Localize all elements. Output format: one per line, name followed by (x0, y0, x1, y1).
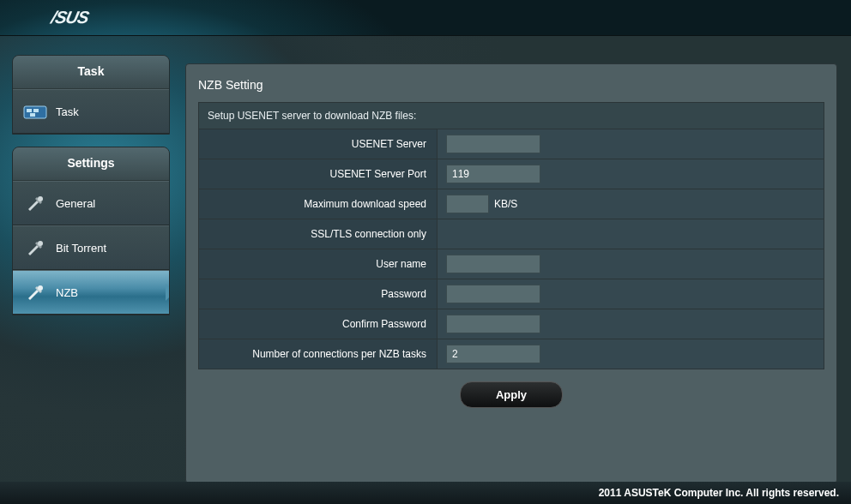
apply-button[interactable]: Apply (460, 381, 563, 408)
main-area: Task Task Settings (0, 36, 851, 482)
sidebar-item-general[interactable]: General (13, 181, 169, 225)
sidebar-item-task[interactable]: Task (13, 89, 169, 134)
sidebar-task-section: Task Task (12, 55, 170, 135)
row-username: User name (199, 249, 824, 279)
sidebar-item-nzb[interactable]: NZB (13, 270, 169, 315)
tools-icon (23, 283, 47, 302)
sidebar-item-label: Bit Torrent (56, 242, 106, 255)
task-icon (23, 102, 47, 121)
row-ssl-only: SSL/TLS connection only (199, 219, 824, 249)
input-max-speed[interactable] (446, 195, 489, 213)
sidebar-item-bittorrent[interactable]: Bit Torrent (13, 225, 169, 270)
row-connections: Number of connections per NZB tasks (199, 339, 824, 369)
label-confirm-password: Confirm Password (199, 309, 438, 339)
label-usenet-server: USENET Server (199, 129, 438, 159)
label-ssl-only: SSL/TLS connection only (199, 219, 438, 249)
row-password: Password (199, 279, 824, 309)
tools-icon (23, 238, 47, 257)
sidebar-settings-header: Settings (13, 147, 169, 181)
field-ssl-only (438, 219, 824, 249)
input-confirm-password[interactable] (446, 315, 540, 333)
input-connections[interactable] (446, 345, 540, 363)
sidebar-task-header: Task (13, 56, 169, 89)
label-username: User name (199, 249, 438, 279)
row-confirm-password: Confirm Password (199, 309, 824, 339)
sidebar-settings-section: Settings General (12, 147, 170, 315)
top-bar: /SUS (0, 0, 851, 36)
brand-logo: /SUS (50, 8, 91, 27)
svg-point-6 (38, 285, 43, 291)
svg-rect-2 (33, 109, 39, 112)
settings-panel: NZB Setting Setup USENET server to downl… (185, 63, 837, 483)
sidebar: Task Task Settings (0, 55, 170, 482)
row-usenet-server: USENET Server (199, 129, 824, 159)
svg-point-5 (38, 241, 43, 246)
input-username[interactable] (446, 255, 540, 273)
svg-rect-3 (30, 113, 35, 117)
input-usenet-server[interactable] (446, 135, 540, 153)
unit-kbs: KB/S (494, 198, 517, 210)
sidebar-item-label: NZB (56, 286, 78, 299)
label-max-speed: Maximum download speed (199, 189, 438, 219)
content: NZB Setting Setup USENET server to downl… (170, 55, 851, 482)
apply-row: Apply (186, 369, 836, 420)
sidebar-item-label: Task (56, 105, 79, 118)
label-password: Password (199, 279, 438, 309)
tools-icon (23, 194, 47, 213)
footer: 2011 ASUSTeK Computer Inc. All rights re… (0, 482, 851, 504)
sidebar-item-label: General (56, 197, 95, 210)
form-box: Setup USENET server to download NZB file… (198, 102, 824, 369)
svg-point-4 (38, 196, 43, 201)
panel-title: NZB Setting (186, 64, 836, 102)
label-connections: Number of connections per NZB tasks (199, 339, 438, 369)
input-password[interactable] (446, 285, 540, 303)
row-max-speed: Maximum download speed KB/S (199, 189, 824, 219)
label-usenet-port: USENET Server Port (199, 159, 438, 189)
row-usenet-port: USENET Server Port (199, 159, 824, 189)
svg-rect-1 (27, 109, 32, 112)
input-usenet-port[interactable] (446, 165, 540, 183)
form-caption: Setup USENET server to download NZB file… (199, 103, 824, 129)
